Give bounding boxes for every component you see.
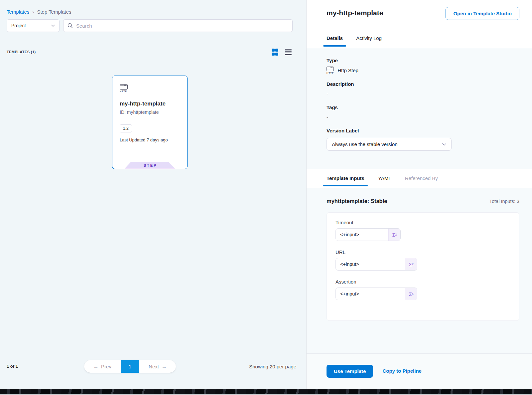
inputs-card: Timeout Σˣ URL Σˣ Assertion [327, 212, 519, 321]
step-type-badge: STEP [125, 162, 175, 169]
details-title: my-http-template [327, 9, 383, 17]
scope-dropdown-value: Project [11, 23, 26, 28]
version-badge: 1.2 [120, 124, 132, 132]
inputs-tab-bar: Template Inputs YAML Referenced By [307, 169, 532, 188]
breadcrumb: Templates › Step Templates [7, 9, 71, 15]
tab-yaml[interactable]: YAML [378, 169, 391, 188]
http-step-icon: HTTP [327, 67, 334, 74]
breadcrumb-templates-link[interactable]: Templates [7, 9, 29, 15]
copy-to-pipeline-link[interactable]: Copy to Pipeline [382, 368, 422, 374]
field-label: Timeout [335, 220, 510, 225]
template-inputs-section: myhttptemplate: Stable Total Inputs: 3 T… [307, 188, 532, 353]
arrow-right-icon: → [162, 364, 167, 369]
per-page-text: Showing 20 per page [249, 364, 296, 369]
templates-count-header: TEMPLATES (1) [7, 50, 36, 54]
field-label: Assertion [335, 279, 510, 285]
total-inputs-count: Total Inputs: 3 [489, 199, 519, 204]
chevron-down-icon [51, 25, 55, 27]
arrow-left-icon: ← [93, 364, 98, 369]
http-step-icon: HTTP [120, 84, 128, 93]
expression-icon[interactable]: Σˣ [405, 258, 417, 270]
expression-icon[interactable]: Σˣ [388, 229, 400, 241]
search-box [63, 19, 293, 32]
desktop-background-strip [0, 389, 532, 394]
scope-dropdown[interactable]: Project [7, 19, 60, 32]
description-label: Description [327, 81, 512, 87]
inputs-heading: myhttptemplate: Stable [327, 198, 387, 204]
prev-page-button[interactable]: ← Prev [84, 360, 121, 373]
field-url: URL Σˣ [335, 249, 510, 271]
expression-icon[interactable]: Σˣ [405, 288, 417, 300]
grid-view-icon[interactable] [272, 49, 279, 56]
field-timeout: Timeout Σˣ [335, 220, 510, 241]
version-label-value: Always use the stable version [332, 141, 398, 147]
app-window: Templates › Step Templates Project TEMPL… [0, 0, 532, 391]
details-section: Type HTTP Http Step Description - Tags -… [307, 48, 532, 169]
card-divider [120, 120, 180, 120]
tab-template-inputs[interactable]: Template Inputs [327, 169, 364, 188]
tab-referenced-by[interactable]: Referenced By [405, 169, 438, 188]
view-toggles [272, 49, 292, 56]
version-label-label: Version Label [327, 128, 512, 133]
tags-value: - [327, 114, 512, 120]
templates-list-panel: Templates › Step Templates Project TEMPL… [0, 0, 306, 391]
description-value: - [327, 91, 512, 97]
use-template-button[interactable]: Use Template [327, 365, 373, 378]
field-assertion: Assertion Σˣ [335, 279, 510, 300]
search-icon [67, 23, 73, 28]
assertion-input[interactable] [336, 288, 405, 300]
field-label: URL [335, 249, 510, 255]
tags-label: Tags [327, 104, 512, 110]
template-card[interactable]: HTTP my-http-template ID: myhttptemplate… [112, 76, 188, 169]
url-input[interactable] [336, 258, 405, 270]
page-1-button[interactable]: 1 [121, 360, 139, 373]
page-summary: 1 of 1 [7, 364, 18, 369]
details-header: my-http-template Open in Template Studio [307, 0, 532, 28]
list-view-icon[interactable] [285, 49, 292, 55]
type-label: Type [327, 58, 512, 63]
search-input[interactable] [76, 23, 288, 29]
last-updated-text: Last Updated 7 days ago [120, 137, 180, 142]
template-details-panel: my-http-template Open in Template Studio… [306, 0, 532, 391]
tab-activity-log[interactable]: Activity Log [356, 28, 382, 48]
type-value: Http Step [337, 68, 358, 73]
breadcrumb-current: Step Templates [37, 9, 71, 15]
version-label-dropdown[interactable]: Always use the stable version [327, 138, 452, 151]
template-card-id: ID: myhttptemplate [120, 109, 180, 115]
pagination: ← Prev 1 Next → [84, 360, 176, 373]
tab-details[interactable]: Details [327, 28, 343, 48]
details-footer: Use Template Copy to Pipeline [307, 353, 532, 391]
timeout-input[interactable] [336, 229, 388, 241]
next-page-button[interactable]: Next → [139, 360, 176, 373]
details-tab-bar: Details Activity Log [307, 28, 532, 48]
http-icon-caption: HTTP [120, 90, 127, 93]
breadcrumb-chevron-icon: › [32, 9, 34, 15]
template-card-title: my-http-template [120, 100, 180, 107]
chevron-down-icon [442, 143, 446, 146]
open-template-studio-button[interactable]: Open in Template Studio [446, 7, 519, 20]
